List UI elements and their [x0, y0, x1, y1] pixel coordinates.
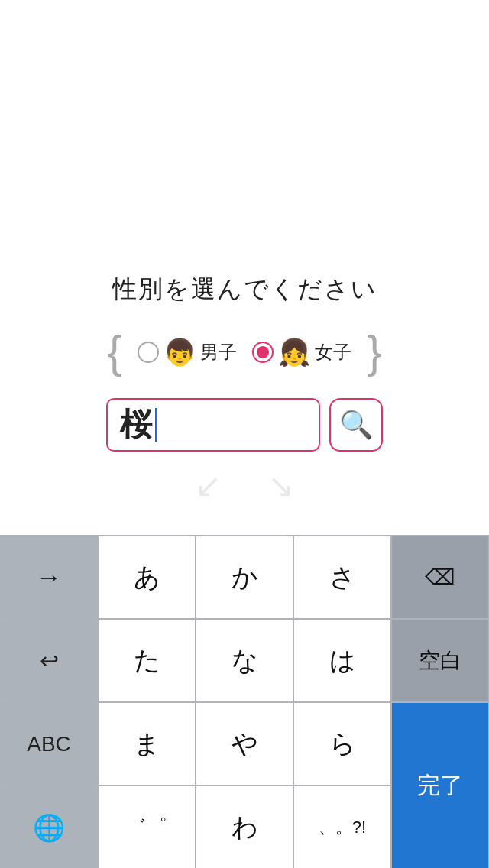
key-dakuten-label: ゛゜	[126, 814, 167, 840]
search-input-box[interactable]: 桜	[106, 398, 320, 452]
key-ra-label: ら	[329, 727, 356, 762]
key-ya-label: や	[232, 727, 258, 762]
emoji-male: 👦	[164, 337, 196, 368]
key-sa-label: さ	[329, 560, 356, 595]
key-punct[interactable]: 、。?!	[293, 785, 391, 868]
radio-female-inner	[257, 346, 269, 358]
key-ta[interactable]: た	[98, 619, 196, 702]
key-a-label: あ	[134, 560, 160, 595]
gender-option-female[interactable]: 👧 女子	[252, 337, 351, 368]
search-text: 桜	[120, 403, 154, 446]
undo-icon: ↩	[40, 647, 59, 674]
radio-female[interactable]	[252, 342, 274, 363]
key-na[interactable]: な	[196, 619, 293, 702]
key-ha-label: は	[329, 643, 356, 679]
japanese-keyboard: → あ か さ ⌫ ↩ た な は 空白 ABC ま や ら 完了	[0, 535, 489, 868]
arrow-right-icon: →	[36, 562, 62, 592]
radio-male[interactable]	[138, 342, 159, 363]
key-wa[interactable]: わ	[196, 785, 293, 868]
key-backspace[interactable]: ⌫	[391, 536, 489, 619]
search-row: 桜 🔍	[106, 398, 383, 452]
key-abc[interactable]: ABC	[0, 702, 98, 785]
label-male: 男子	[200, 340, 237, 364]
key-a[interactable]: あ	[98, 536, 196, 619]
key-sa[interactable]: さ	[293, 536, 391, 619]
emoji-female: 👧	[278, 337, 310, 368]
text-cursor	[155, 408, 157, 442]
key-ya[interactable]: や	[196, 702, 293, 785]
upper-content: 性別を選んでください { 👦 男子 👧 女子 } 桜 🔍 ↙	[0, 0, 489, 535]
gender-selection: { 👦 男子 👧 女子 }	[107, 329, 382, 375]
search-button[interactable]: 🔍	[329, 398, 383, 452]
key-globe[interactable]: 🌐	[0, 785, 98, 868]
key-space-label: 空白	[419, 646, 461, 675]
key-arrow-right[interactable]: →	[0, 536, 98, 619]
gender-option-male[interactable]: 👦 男子	[138, 337, 237, 368]
key-abc-label: ABC	[27, 732, 71, 756]
backspace-icon: ⌫	[425, 565, 455, 590]
key-ra[interactable]: ら	[293, 702, 391, 785]
close-brace: }	[367, 329, 382, 375]
key-done-label: 完了	[417, 770, 463, 802]
key-ma-label: ま	[134, 727, 160, 762]
ghost-arrows: ↙ ↘	[195, 467, 294, 504]
key-undo[interactable]: ↩	[0, 619, 98, 702]
key-ta-label: た	[134, 643, 160, 679]
label-female: 女子	[315, 340, 351, 364]
key-ka[interactable]: か	[196, 536, 293, 619]
key-ka-label: か	[232, 560, 258, 595]
search-icon: 🔍	[339, 409, 374, 441]
globe-icon: 🌐	[33, 812, 65, 843]
key-ha[interactable]: は	[293, 619, 391, 702]
key-wa-label: わ	[232, 810, 258, 845]
ghost-arrow-left: ↙	[195, 467, 222, 504]
key-punct-label: 、。?!	[319, 816, 366, 839]
key-ma[interactable]: ま	[98, 702, 196, 785]
key-space[interactable]: 空白	[391, 619, 489, 702]
page-title: 性別を選んでください	[112, 273, 377, 306]
key-na-label: な	[232, 643, 258, 679]
key-done[interactable]: 完了	[391, 702, 489, 868]
key-dakuten[interactable]: ゛゜	[98, 785, 196, 868]
open-brace: {	[107, 329, 122, 375]
ghost-arrow-right: ↘	[267, 467, 294, 504]
